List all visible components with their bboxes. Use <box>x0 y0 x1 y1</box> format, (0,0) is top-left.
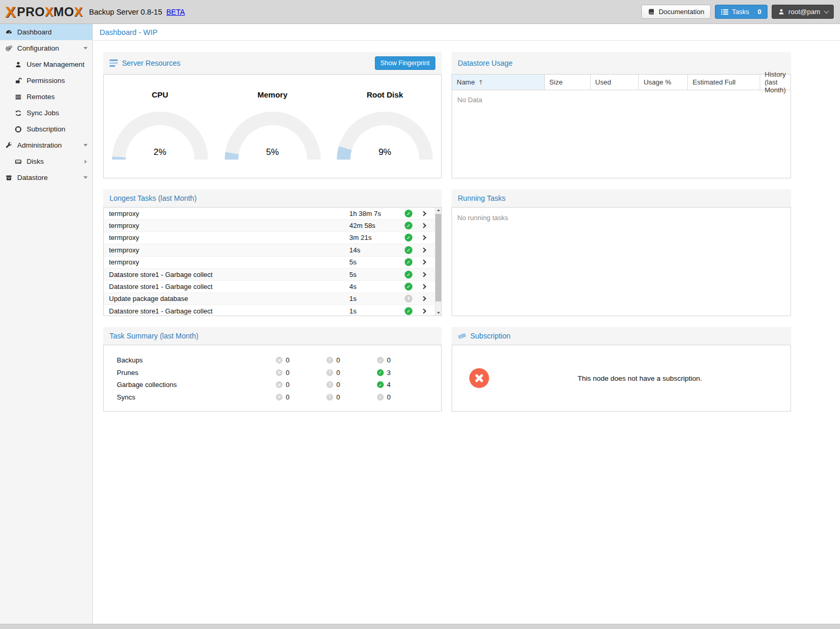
ok-count-cell[interactable]: ✓4 <box>377 381 391 389</box>
sidebar-item-datastore[interactable]: Datastore <box>0 170 92 186</box>
sidebar-item-sync-jobs[interactable]: Sync Jobs <box>0 105 92 121</box>
warning-count-cell[interactable]: !0 <box>326 369 377 377</box>
gauge-value: 9% <box>337 147 433 158</box>
chevron-right-icon[interactable] <box>422 224 435 227</box>
summary-label: Garbage collections <box>104 381 276 389</box>
summary-row-syncs: Syncs ×0 !0 ✓0 <box>104 391 441 404</box>
ok-count-cell[interactable]: ✓0 <box>377 356 391 364</box>
gears-icon <box>5 45 13 52</box>
task-row[interactable]: termproxy 5s ✓ <box>104 257 435 269</box>
chevron-right-icon[interactable] <box>422 236 435 239</box>
datastore-usage-panel: Datastore Usage Name↑ Size Used Usage % … <box>452 52 791 178</box>
column-header-used[interactable]: Used <box>591 75 639 90</box>
warning-icon: ! <box>326 394 333 401</box>
error-icon: × <box>276 394 283 401</box>
gauge-title: CPU <box>104 90 216 99</box>
task-row[interactable]: Datastore store1 - Garbage collect 4s ✓ <box>104 281 435 293</box>
proxmox-x-icon: X <box>5 3 16 21</box>
show-fingerprint-button[interactable]: Show Fingerprint <box>375 56 436 70</box>
ok-count-cell[interactable]: ✓3 <box>377 369 391 377</box>
task-row[interactable]: termproxy 14s ✓ <box>104 244 435 256</box>
summary-row-garbage-collections: Garbage collections ×0 !0 ✓4 <box>104 379 441 391</box>
chevron-right-icon[interactable] <box>422 309 435 313</box>
task-row[interactable]: Datastore store1 - Garbage collect 1s ✓ <box>104 305 435 316</box>
warning-count-cell[interactable]: !0 <box>326 393 377 401</box>
user-menu-button[interactable]: root@pam <box>772 5 834 19</box>
panel-title: Datastore Usage <box>458 59 513 67</box>
warning-count-cell[interactable]: !0 <box>326 356 377 364</box>
task-row[interactable]: Update package database 1s ? <box>104 293 435 305</box>
error-count-cell[interactable]: ×0 <box>276 393 326 401</box>
product-subtitle: Backup Server 0.8-15 <box>89 8 162 16</box>
chevron-right-icon[interactable] <box>422 285 435 288</box>
gauge-arc: 5% <box>225 112 321 160</box>
gauge-arc: 9% <box>337 112 433 160</box>
documentation-button[interactable]: Documentation <box>641 5 710 19</box>
task-row[interactable]: termproxy 1h 38m 7s ✓ <box>104 208 435 220</box>
subscription-panel: Subscription This node does not have a s… <box>452 327 791 412</box>
scrollbar-thumb[interactable] <box>435 214 441 301</box>
column-header-usage-pct[interactable]: Usage % <box>639 75 688 90</box>
panel-title: Longest Tasks (last Month) <box>109 194 197 202</box>
column-header-size[interactable]: Size <box>545 75 591 90</box>
task-row[interactable]: termproxy 3m 21s ✓ <box>104 232 435 244</box>
no-subscription-error-icon <box>469 368 489 388</box>
task-ok-icon: ✓ <box>405 234 412 241</box>
sidebar-item-permissions[interactable]: Permissions <box>0 72 92 89</box>
chevron-down-icon <box>824 8 829 14</box>
chevron-right-icon[interactable] <box>422 212 435 215</box>
scroll-down-icon[interactable] <box>437 312 440 314</box>
scroll-up-icon[interactable] <box>437 209 440 211</box>
task-ok-icon: ✓ <box>405 258 412 266</box>
gauge-value: 5% <box>225 147 321 158</box>
horizontal-scrollbar[interactable] <box>0 624 840 629</box>
ok-count-cell[interactable]: ✓0 <box>377 393 391 401</box>
summary-label: Syncs <box>104 393 276 401</box>
task-row[interactable]: Datastore store1 - Garbage collect 5s ✓ <box>104 269 435 281</box>
task-duration: 1s <box>349 307 405 315</box>
proxmox-wordmark: PROXMOX <box>17 5 83 19</box>
error-count-cell[interactable]: ×0 <box>276 369 326 377</box>
task-ok-icon: ✓ <box>405 246 412 254</box>
task-name: Datastore store1 - Garbage collect <box>104 283 349 291</box>
chevron-right-icon[interactable] <box>422 297 435 300</box>
no-data-text: No Data <box>452 90 790 110</box>
task-ok-icon: ✓ <box>405 271 412 279</box>
page-title: Dashboard - WIP <box>93 24 840 41</box>
column-header-history[interactable]: History (last Month) <box>760 75 790 90</box>
task-row[interactable]: termproxy 42m 58s ✓ <box>104 220 435 232</box>
gauge-title: Memory <box>216 90 329 99</box>
sidebar-item-configuration[interactable]: Configuration <box>0 40 92 56</box>
tasks-button[interactable]: Tasks 0 <box>715 5 768 19</box>
dashboard-icon <box>5 29 13 36</box>
chevron-right-icon[interactable] <box>422 273 435 276</box>
task-duration: 1h 38m 7s <box>349 210 405 217</box>
error-count-cell[interactable]: ×0 <box>276 356 326 364</box>
ok-icon: ✓ <box>377 381 384 388</box>
unlock-icon <box>15 77 22 84</box>
column-header-name[interactable]: Name↑ <box>452 75 545 90</box>
support-icon <box>15 126 22 133</box>
ticket-icon <box>458 332 466 340</box>
sidebar-item-dashboard[interactable]: Dashboard <box>0 24 92 40</box>
sidebar-item-user-management[interactable]: User Management <box>0 56 92 72</box>
beta-link[interactable]: BETA <box>166 8 185 16</box>
chevron-right-icon[interactable] <box>422 260 435 264</box>
vertical-scrollbar[interactable] <box>435 208 441 316</box>
gauge-root-disk: Root Disk 9% <box>328 90 441 160</box>
panel-title: Server Resources <box>109 59 180 67</box>
sidebar-item-administration[interactable]: Administration <box>0 137 92 153</box>
task-name: termproxy <box>104 246 349 254</box>
wrench-icon <box>5 142 13 149</box>
task-summary-panel: Task Summary (last Month) Backups ×0 !0 … <box>103 327 442 412</box>
sidebar-item-disks[interactable]: Disks <box>0 153 92 170</box>
task-name: termproxy <box>104 234 349 241</box>
task-name: Datastore store1 - Garbage collect <box>104 271 349 279</box>
sidebar-item-remotes[interactable]: Remotes <box>0 89 92 105</box>
warning-count-cell[interactable]: !0 <box>326 381 377 389</box>
error-count-cell[interactable]: ×0 <box>276 381 326 389</box>
chevron-right-icon[interactable] <box>422 248 435 252</box>
no-running-tasks-text: No running tasks <box>452 208 790 228</box>
sidebar-item-subscription[interactable]: Subscription <box>0 121 92 137</box>
column-header-estimated-full[interactable]: Estimated Full <box>688 75 760 90</box>
